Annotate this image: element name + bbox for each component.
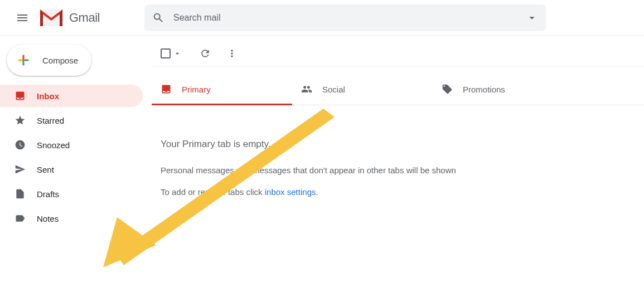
star-icon (14, 115, 26, 126)
more-button[interactable] (226, 48, 238, 59)
category-tabs: Primary Social Promotions (152, 74, 644, 105)
hamburger-icon (16, 11, 29, 25)
label-icon (14, 213, 26, 224)
sidebar-item-drafts[interactable]: Drafts (0, 183, 143, 205)
header: Gmail (0, 0, 644, 36)
sidebar-item-notes[interactable]: Notes (0, 207, 143, 230)
toolbar (152, 40, 644, 67)
empty-line2-suffix: . (316, 187, 318, 197)
inbox-icon (161, 84, 172, 95)
search-icon (152, 12, 164, 24)
sidebar-item-sent[interactable]: Sent (0, 158, 143, 180)
tab-label: Promotions (463, 85, 505, 94)
sidebar: Compose Inbox Starred Snoozed Sent Draft… (0, 36, 143, 283)
tab-promotions[interactable]: Promotions (433, 74, 573, 105)
tab-primary[interactable]: Primary (152, 74, 292, 105)
compose-label: Compose (42, 56, 78, 65)
gmail-m-icon (40, 9, 62, 26)
caret-down-icon (173, 49, 182, 58)
tab-social[interactable]: Social (292, 74, 433, 105)
sidebar-label: Notes (37, 214, 59, 223)
compose-button[interactable]: Compose (7, 45, 91, 76)
clock-icon (14, 139, 26, 150)
empty-title: Your Primary tab is empty. (161, 139, 635, 150)
sidebar-label: Sent (37, 165, 54, 174)
refresh-button[interactable] (200, 48, 211, 59)
empty-line1: Personal messages and messages that don'… (161, 165, 635, 175)
empty-line2-prefix: To add or remove tabs click (161, 187, 265, 197)
tag-icon (442, 84, 453, 95)
main-menu-button[interactable] (9, 4, 36, 31)
svg-rect-1 (22, 59, 24, 61)
gmail-logo[interactable]: Gmail (40, 9, 100, 26)
sidebar-item-inbox[interactable]: Inbox (0, 85, 143, 107)
search-options-icon[interactable] (526, 12, 538, 24)
sidebar-item-snoozed[interactable]: Snoozed (0, 134, 143, 156)
sidebar-item-starred[interactable]: Starred (0, 109, 143, 131)
sidebar-label: Inbox (37, 91, 59, 101)
empty-line2: To add or remove tabs click inbox settin… (161, 187, 635, 197)
checkbox-icon (161, 48, 171, 58)
empty-state: Your Primary tab is empty. Personal mess… (152, 105, 644, 197)
app-name: Gmail (69, 11, 100, 25)
tab-label: Primary (182, 85, 211, 94)
plus-icon (16, 52, 31, 68)
inbox-icon (14, 90, 26, 101)
sidebar-label: Snoozed (37, 140, 70, 150)
file-icon (14, 188, 26, 199)
search-input[interactable] (173, 13, 526, 23)
tab-label: Social (322, 85, 345, 94)
search-bar[interactable] (144, 4, 546, 31)
sidebar-label: Starred (37, 116, 64, 125)
send-icon (14, 164, 26, 175)
sidebar-label: Drafts (37, 189, 59, 199)
inbox-settings-link[interactable]: inbox settings (265, 187, 316, 197)
people-icon (301, 84, 312, 95)
main-content: Primary Social Promotions Your Primary t… (143, 36, 644, 283)
select-all-checkbox[interactable] (158, 48, 184, 58)
